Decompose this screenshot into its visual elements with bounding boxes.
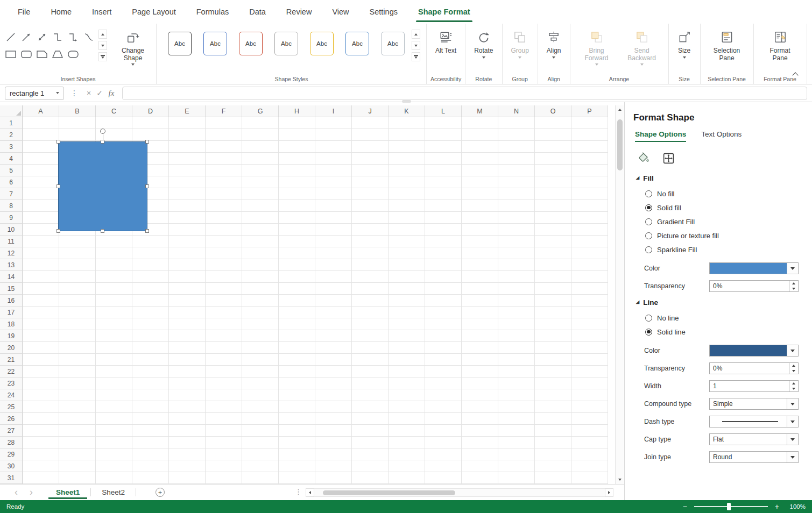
- menu-tab-home[interactable]: Home: [40, 0, 82, 24]
- row-header-23[interactable]: 23: [0, 377, 23, 389]
- row-header-3[interactable]: 3: [0, 141, 23, 153]
- shape-style-3[interactable]: Abc: [239, 32, 263, 55]
- menu-tab-insert[interactable]: Insert: [82, 0, 122, 24]
- fill-transparency-control[interactable]: 0%: [709, 280, 799, 292]
- col-header-J[interactable]: J: [352, 105, 389, 117]
- tab-text-options[interactable]: Text Options: [701, 130, 742, 142]
- align-button[interactable]: Align: [542, 26, 566, 59]
- row-header-31[interactable]: 31: [0, 472, 23, 484]
- row-header-13[interactable]: 13: [0, 259, 23, 271]
- col-header-A[interactable]: A: [23, 105, 59, 117]
- row-header-6[interactable]: 6: [0, 176, 23, 188]
- row-header-24[interactable]: 24: [0, 389, 23, 401]
- dropdown-arrow-icon[interactable]: [787, 398, 798, 409]
- line-join-type-control[interactable]: Round: [709, 451, 799, 463]
- shape-style-1[interactable]: Abc: [168, 32, 192, 55]
- styles-scroll-down-button[interactable]: [412, 41, 420, 50]
- scroll-right-button[interactable]: [605, 488, 613, 497]
- add-sheet-button[interactable]: +: [156, 488, 165, 497]
- gallery-scroll-down-button[interactable]: [98, 41, 107, 50]
- radio-no-fill[interactable]: No fill: [645, 187, 812, 201]
- col-header-N[interactable]: N: [498, 105, 535, 117]
- row-header-30[interactable]: 30: [0, 460, 23, 472]
- send-backward-button[interactable]: Send Backward: [619, 26, 665, 66]
- row-header-8[interactable]: 8: [0, 200, 23, 212]
- splitter-handle[interactable]: [402, 100, 411, 103]
- resize-handle-nw[interactable]: [57, 140, 60, 144]
- dropdown-arrow-icon[interactable]: [787, 434, 798, 445]
- drag-dots-icon[interactable]: ⋮: [295, 488, 302, 496]
- shape-style-6[interactable]: Abc: [345, 32, 369, 55]
- horizontal-scrollbar-thumb[interactable]: [323, 490, 455, 495]
- shape-style-2[interactable]: Abc: [203, 32, 227, 55]
- dropdown-arrow-icon[interactable]: [787, 345, 798, 356]
- section-header-fill[interactable]: ◢Fill: [636, 174, 812, 182]
- row-header-21[interactable]: 21: [0, 354, 23, 366]
- curved-connector-shape-icon[interactable]: [82, 30, 96, 45]
- resize-handle-w[interactable]: [57, 184, 60, 188]
- radio-gradient-fill[interactable]: Gradient Fill: [645, 215, 812, 229]
- size-button[interactable]: Size: [673, 26, 696, 59]
- scroll-left-button[interactable]: [306, 488, 314, 497]
- rounded-rectangle-shape-icon[interactable]: [19, 47, 33, 62]
- size-and-properties-icon[interactable]: [658, 148, 679, 168]
- col-header-H[interactable]: H: [279, 105, 315, 117]
- menu-tab-view[interactable]: View: [322, 0, 359, 24]
- horizontal-scrollbar-track[interactable]: [314, 488, 605, 497]
- format-pane-button[interactable]: Format Pane: [758, 26, 803, 62]
- row-header-1[interactable]: 1: [0, 117, 23, 129]
- radio-no-line[interactable]: No line: [645, 311, 812, 325]
- resize-handle-sw[interactable]: [57, 229, 60, 233]
- menu-tab-settings[interactable]: Settings: [359, 0, 408, 24]
- gallery-scroll-up-button[interactable]: [98, 30, 107, 39]
- row-header-12[interactable]: 12: [0, 247, 23, 259]
- row-header-9[interactable]: 9: [0, 212, 23, 224]
- cancel-icon[interactable]: ×: [83, 89, 94, 97]
- row-header-14[interactable]: 14: [0, 271, 23, 283]
- zoom-out-button[interactable]: −: [683, 503, 687, 510]
- bring-forward-button[interactable]: Bring Forward: [574, 26, 619, 66]
- col-header-L[interactable]: L: [425, 105, 462, 117]
- plaque-shape-icon[interactable]: [66, 47, 80, 62]
- resize-handle-n[interactable]: [101, 140, 104, 144]
- sheet-tab-sheet1[interactable]: Sheet1: [45, 484, 90, 500]
- row-header-29[interactable]: 29: [0, 448, 23, 460]
- zoom-slider[interactable]: [694, 506, 768, 507]
- line-dash-type-control[interactable]: [709, 416, 799, 428]
- col-header-B[interactable]: B: [59, 105, 96, 117]
- elbow-arrow-connector-shape-icon[interactable]: [66, 30, 80, 45]
- zoom-in-button[interactable]: +: [775, 503, 779, 510]
- col-header-K[interactable]: K: [389, 105, 425, 117]
- row-header-22[interactable]: 22: [0, 366, 23, 377]
- spinner-up-icon[interactable]: [789, 363, 798, 368]
- row-header-5[interactable]: 5: [0, 165, 23, 176]
- rotation-handle[interactable]: [100, 129, 105, 134]
- line-compound-type-control[interactable]: Simple: [709, 398, 799, 410]
- confirm-icon[interactable]: ✓: [94, 89, 105, 97]
- row-header-7[interactable]: 7: [0, 188, 23, 200]
- spinner-up-icon[interactable]: [789, 381, 798, 386]
- sheet-tab-sheet2[interactable]: Sheet2: [91, 484, 136, 500]
- dropdown-arrow-icon[interactable]: [787, 452, 798, 462]
- menu-tab-file[interactable]: File: [8, 0, 40, 24]
- next-sheet-button[interactable]: ›: [24, 484, 39, 500]
- line-cap-type-control[interactable]: Flat: [709, 433, 799, 445]
- row-header-27[interactable]: 27: [0, 425, 23, 437]
- fill-and-line-icon[interactable]: [633, 148, 654, 168]
- radio-picture-or-texture-fill[interactable]: Picture or texture fill: [645, 229, 812, 243]
- shape-style-7[interactable]: Abc: [381, 32, 405, 55]
- trapezoid-shape-icon[interactable]: [51, 47, 65, 62]
- menu-tab-data[interactable]: Data: [239, 0, 276, 24]
- resize-handle-e[interactable]: [145, 184, 149, 188]
- row-header-19[interactable]: 19: [0, 330, 23, 342]
- row-header-26[interactable]: 26: [0, 413, 23, 425]
- radio-sparkline-fill[interactable]: Sparkline Fill: [645, 243, 812, 256]
- snip-corner-rectangle-shape-icon[interactable]: [35, 47, 49, 62]
- menu-tab-formulas[interactable]: Formulas: [186, 0, 239, 24]
- spinner-up-icon[interactable]: [789, 281, 798, 286]
- line-shape-icon[interactable]: [4, 30, 18, 45]
- col-header-P[interactable]: P: [571, 105, 608, 117]
- col-header-C[interactable]: C: [96, 105, 132, 117]
- row-header-10[interactable]: 10: [0, 224, 23, 236]
- menu-tab-review[interactable]: Review: [276, 0, 322, 24]
